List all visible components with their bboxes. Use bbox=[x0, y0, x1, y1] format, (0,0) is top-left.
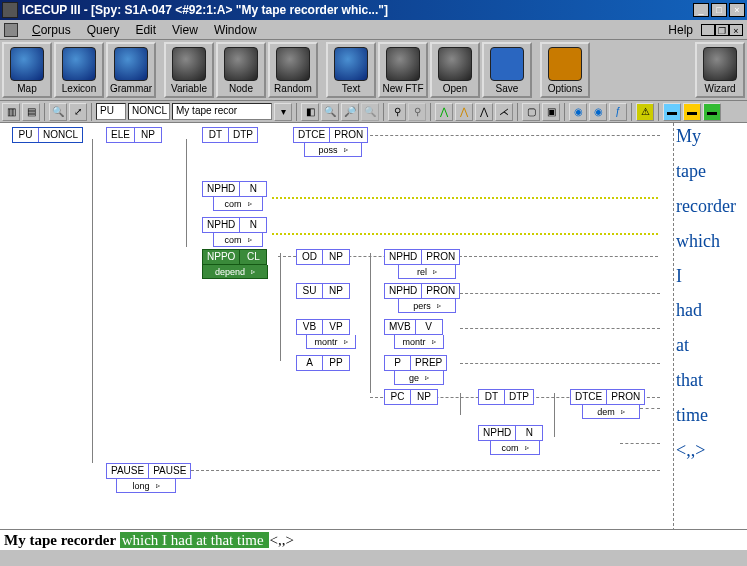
t2-box1[interactable]: ▢ bbox=[522, 103, 540, 121]
globe-icon bbox=[62, 47, 96, 81]
combo-dropdown[interactable]: ▾ bbox=[274, 103, 292, 121]
node-nphd-pron2-sub[interactable]: pers▹ bbox=[398, 299, 456, 313]
tree-area[interactable]: PUNONCL ELENP DTDTP DTCEPRON poss▹ NPHDN… bbox=[0, 123, 673, 566]
doc-window-controls: _ ❐ × bbox=[701, 24, 743, 36]
node-p-sub[interactable]: ge▹ bbox=[394, 371, 444, 385]
node-nppo[interactable]: NPPOCL bbox=[202, 249, 267, 265]
open-icon bbox=[438, 47, 472, 81]
node-pu[interactable]: PUNONCL bbox=[12, 127, 83, 143]
t2-e1[interactable]: ▬ bbox=[663, 103, 681, 121]
text-icon bbox=[334, 47, 368, 81]
maximize-button[interactable]: □ bbox=[711, 3, 727, 17]
node-su[interactable]: SUNP bbox=[296, 283, 350, 299]
tb-node[interactable]: Node bbox=[216, 42, 266, 98]
doc-minimize-button[interactable]: _ bbox=[701, 24, 715, 36]
tb-random[interactable]: Random bbox=[268, 42, 318, 98]
tb-options[interactable]: Options bbox=[540, 42, 590, 98]
node-nphd-pron2[interactable]: NPHDPRON bbox=[384, 283, 460, 299]
node-mvb-sub[interactable]: montr▹ bbox=[394, 335, 444, 349]
node-od[interactable]: ODNP bbox=[296, 249, 350, 265]
node-dtce2[interactable]: DTCEPRON bbox=[570, 389, 645, 405]
node-dtce-sub[interactable]: poss▹ bbox=[304, 143, 362, 157]
doc-close-button[interactable]: × bbox=[729, 24, 743, 36]
sentence-prefix: My tape recorder bbox=[4, 532, 120, 548]
t2-nav1[interactable]: ▥ bbox=[2, 103, 20, 121]
t2-e2[interactable]: ▬ bbox=[683, 103, 701, 121]
t2-b2[interactable]: 🔍 bbox=[321, 103, 339, 121]
node-nphd-pron1[interactable]: NPHDPRON bbox=[384, 249, 460, 265]
tb-save[interactable]: Save bbox=[482, 42, 532, 98]
t2-b4[interactable]: 🔍 bbox=[361, 103, 379, 121]
menu-help[interactable]: Help bbox=[660, 21, 701, 39]
node-a[interactable]: APP bbox=[296, 355, 350, 371]
tb-text[interactable]: Text bbox=[326, 42, 376, 98]
node-nphd1[interactable]: NPHDN bbox=[202, 181, 267, 197]
t2-b5[interactable]: ⚲ bbox=[388, 103, 406, 121]
node-nphd-pron1-sub[interactable]: rel▹ bbox=[398, 265, 456, 279]
tb-variable[interactable]: Variable bbox=[164, 42, 214, 98]
t2-tree4[interactable]: ⋌ bbox=[495, 103, 513, 121]
t2-b1[interactable]: ◧ bbox=[301, 103, 319, 121]
t2-d1[interactable]: ⚠ bbox=[636, 103, 654, 121]
t2-c2[interactable]: ◉ bbox=[589, 103, 607, 121]
tag-box-2[interactable]: NONCL bbox=[128, 103, 170, 120]
tb-wizard[interactable]: Wizard bbox=[695, 42, 745, 98]
node-pause[interactable]: PAUSEPAUSE bbox=[106, 463, 191, 479]
tb-grammar[interactable]: Grammar bbox=[106, 42, 156, 98]
menu-window[interactable]: Window bbox=[206, 21, 265, 39]
node-nphd3[interactable]: NPHDN bbox=[478, 425, 543, 441]
combo-sentence[interactable]: My tape recor bbox=[172, 103, 272, 120]
node-mvb[interactable]: MVBV bbox=[384, 319, 443, 335]
word-1: My bbox=[676, 127, 745, 146]
word-7: at bbox=[676, 336, 745, 355]
sentence-suffix: <,,> bbox=[269, 532, 293, 548]
t2-e3[interactable]: ▬ bbox=[703, 103, 721, 121]
node-nphd3-sub[interactable]: com▹ bbox=[490, 441, 540, 455]
title-bar: ICECUP III - [Spy: S1A-047 <#92:1:A> "My… bbox=[0, 0, 747, 20]
tb-lexicon[interactable]: Lexicon bbox=[54, 42, 104, 98]
globe-icon bbox=[114, 47, 148, 81]
tb-open[interactable]: Open bbox=[430, 42, 480, 98]
t2-c1[interactable]: ◉ bbox=[569, 103, 587, 121]
menu-view[interactable]: View bbox=[164, 21, 206, 39]
menu-query[interactable]: Query bbox=[79, 21, 128, 39]
close-button[interactable]: × bbox=[729, 3, 745, 17]
t2-nav2[interactable]: ▤ bbox=[22, 103, 40, 121]
t2-tree1[interactable]: ⋀ bbox=[435, 103, 453, 121]
doc-restore-button[interactable]: ❐ bbox=[715, 24, 729, 36]
node-dtce[interactable]: DTCEPRON bbox=[293, 127, 368, 143]
t2-b6[interactable]: ⚲ bbox=[408, 103, 426, 121]
node-nphd1-sub[interactable]: com▹ bbox=[213, 197, 263, 211]
node-pc[interactable]: PCNP bbox=[384, 389, 438, 405]
tag-box-1[interactable]: PU bbox=[96, 103, 126, 120]
t2-b3[interactable]: 🔎 bbox=[341, 103, 359, 121]
tb-newftf[interactable]: New FTF bbox=[378, 42, 428, 98]
node-dt2[interactable]: DTDTP bbox=[478, 389, 534, 405]
minimize-button[interactable]: _ bbox=[693, 3, 709, 17]
t2-box2[interactable]: ▣ bbox=[542, 103, 560, 121]
doc-icon[interactable] bbox=[4, 23, 18, 37]
node-pause-sub[interactable]: long▹ bbox=[116, 479, 176, 493]
node-nphd2-sub[interactable]: com▹ bbox=[213, 233, 263, 247]
t2-expand[interactable]: ⤢ bbox=[69, 103, 87, 121]
tb-map[interactable]: Map bbox=[2, 42, 52, 98]
node-p[interactable]: PPREP bbox=[384, 355, 447, 371]
word-10: <,,> bbox=[676, 441, 745, 460]
word-9: time bbox=[676, 406, 745, 425]
node-ele[interactable]: ELENP bbox=[106, 127, 162, 143]
node-vb[interactable]: VBVP bbox=[296, 319, 350, 335]
node-nppo-sub[interactable]: depend▹ bbox=[202, 265, 268, 279]
node-dtce2-sub[interactable]: dem▹ bbox=[582, 405, 640, 419]
workspace: PUNONCL ELENP DTDTP DTCEPRON poss▹ NPHDN… bbox=[0, 123, 747, 566]
sentence-bar[interactable]: My tape recorder which I had at that tim… bbox=[0, 529, 747, 549]
t2-tree3[interactable]: ⋀ bbox=[475, 103, 493, 121]
node-vb-sub[interactable]: montr▹ bbox=[306, 335, 356, 349]
t2-c3[interactable]: ƒ bbox=[609, 103, 627, 121]
node-nphd2[interactable]: NPHDN bbox=[202, 217, 267, 233]
menu-edit[interactable]: Edit bbox=[127, 21, 164, 39]
menu-corpus[interactable]: CCorpusorpus bbox=[24, 21, 79, 39]
t2-zoom[interactable]: 🔍 bbox=[49, 103, 67, 121]
node-dt[interactable]: DTDTP bbox=[202, 127, 258, 143]
t2-tree2[interactable]: ⋀ bbox=[455, 103, 473, 121]
status-bar bbox=[0, 549, 747, 565]
